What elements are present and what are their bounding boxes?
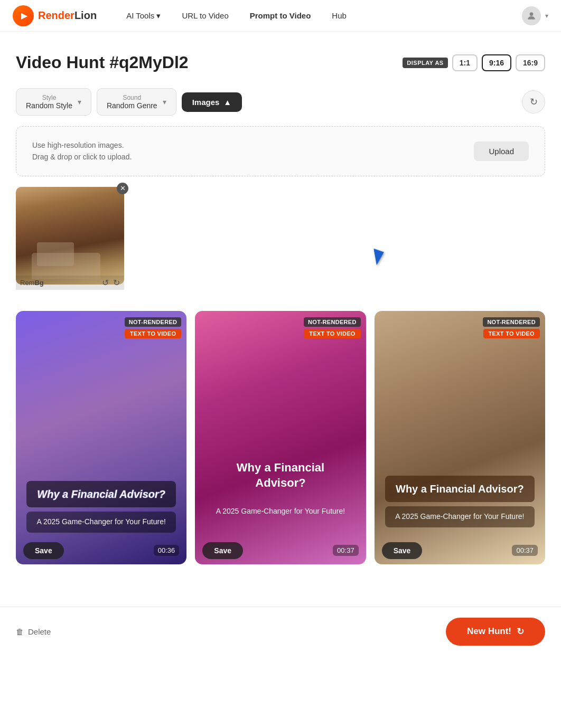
style-label: Style	[26, 94, 72, 101]
video-1-not-rendered-badge: NOT-RENDERED	[125, 317, 182, 327]
video-2-save-button[interactable]: Save	[202, 542, 243, 559]
style-chevron-icon: ▾	[78, 98, 81, 106]
nav-url-to-video[interactable]: URL to Video	[173, 7, 237, 24]
nav-ai-tools[interactable]: AI Tools ▾	[118, 7, 169, 25]
images-label: Images	[192, 98, 220, 107]
logo-icon	[13, 5, 34, 26]
upload-hint: Use high-resolution images. Drag & drop …	[32, 139, 132, 163]
sound-chevron-icon: ▾	[163, 98, 166, 106]
video-2-title: Why a Financial Advisor?	[214, 460, 347, 490]
thumbnail-item: ✕ RemBg ↺ ↻	[16, 187, 124, 290]
video-3-subtitle-box: A 2025 Game-Changer for Your Future!	[385, 506, 535, 527]
thumbnail-rembg-label: RemBg	[20, 279, 44, 287]
svg-rect-2	[37, 242, 74, 266]
sound-label: Sound	[107, 94, 157, 101]
video-card-1[interactable]: NOT-RENDERED TEXT TO VIDEO Why a Financi…	[16, 311, 186, 564]
thumbnail-rotate-right-icon[interactable]: ↻	[113, 278, 120, 288]
trash-icon: 🗑	[16, 627, 24, 636]
upload-area[interactable]: Use high-resolution images. Drag & drop …	[16, 126, 545, 176]
image-grid: ✕ RemBg ↺ ↻	[16, 187, 545, 290]
video-grid: NOT-RENDERED TEXT TO VIDEO Why a Financi…	[16, 311, 545, 564]
delete-button[interactable]: 🗑 Delete	[16, 627, 51, 636]
new-hunt-refresh-icon: ↻	[517, 626, 524, 637]
delete-label: Delete	[28, 627, 51, 636]
thumbnail-svg	[26, 237, 116, 279]
sound-content: Sound Random Genre	[107, 94, 157, 110]
thumbnail-icon-group: ↺ ↻	[102, 278, 120, 288]
main-content: Video Hunt #q2MyDl2 DISPLAY AS 1:1 9:16 …	[0, 32, 561, 607]
video-1-subtitle-box: A 2025 Game-Changer for Your Future!	[26, 512, 176, 533]
display-as-label: DISPLAY AS	[403, 58, 447, 68]
nav-hub[interactable]: Hub	[323, 7, 355, 24]
video-2-duration: 00:37	[333, 545, 359, 556]
images-button[interactable]: Images ▲	[182, 92, 242, 112]
thumbnail-footer: RemBg ↺ ↻	[16, 276, 124, 290]
video-1-duration: 00:36	[154, 545, 180, 556]
thumbnail-close-button[interactable]: ✕	[117, 183, 128, 194]
ratio-1-1[interactable]: 1:1	[452, 54, 478, 71]
avatar-chevron: ▾	[545, 12, 548, 20]
video-1-title-box: Why a Financial Advisor?	[26, 481, 176, 507]
ratio-9-16[interactable]: 9:16	[482, 54, 511, 71]
video-1-subtitle: A 2025 Game-Changer for Your Future!	[35, 517, 167, 527]
video-2-subtitle: A 2025 Game-Changer for Your Future!	[214, 506, 347, 517]
video-2-content: Why a Financial Advisor? A 2025 Game-Cha…	[205, 454, 355, 522]
video-2-title-box: Why a Financial Advisor?	[205, 454, 355, 497]
video-1-badges: NOT-RENDERED TEXT TO VIDEO	[125, 317, 182, 338]
nav-links: AI Tools ▾ URL to Video Prompt to Video …	[118, 7, 522, 25]
page-header: Video Hunt #q2MyDl2 DISPLAY AS 1:1 9:16 …	[16, 53, 545, 72]
display-as-group: DISPLAY AS 1:1 9:16 16:9	[403, 54, 545, 71]
style-dropdown[interactable]: Style Random Style ▾	[16, 88, 91, 116]
upload-button[interactable]: Upload	[474, 141, 529, 161]
navbar: RenderLion AI Tools ▾ URL to Video Promp…	[0, 0, 561, 32]
new-hunt-label: New Hunt!	[467, 626, 511, 637]
video-1-content: Why a Financial Advisor? A 2025 Game-Cha…	[26, 481, 176, 533]
page-title: Video Hunt #q2MyDl2	[16, 53, 189, 72]
sound-value: Random Genre	[107, 101, 157, 110]
svg-point-0	[530, 12, 534, 16]
video-3-badges: NOT-RENDERED TEXT TO VIDEO	[483, 317, 540, 338]
images-chevron-icon: ▲	[223, 98, 231, 107]
video-2-subtitle-box: A 2025 Game-Changer for Your Future!	[205, 501, 355, 522]
video-3-save-button[interactable]: Save	[382, 542, 423, 559]
new-hunt-button[interactable]: New Hunt! ↻	[446, 618, 545, 646]
video-3-duration: 00:37	[512, 545, 538, 556]
upload-wrapper: Use high-resolution images. Drag & drop …	[16, 126, 545, 176]
nav-prompt-to-video[interactable]: Prompt to Video	[241, 7, 320, 24]
logo-text: RenderLion	[38, 10, 97, 22]
style-content: Style Random Style	[26, 94, 72, 110]
bottom-bar: 🗑 Delete New Hunt! ↻	[0, 607, 561, 656]
sound-dropdown[interactable]: Sound Random Genre ▾	[97, 88, 176, 116]
upload-button-label: Upload	[489, 147, 514, 156]
user-avatar[interactable]	[522, 6, 541, 25]
ratio-16-9[interactable]: 16:9	[516, 54, 545, 71]
video-3-title-box: Why a Financial Advisor?	[385, 476, 535, 502]
upload-hint-line1: Use high-resolution images.	[32, 139, 132, 151]
refresh-icon: ↻	[530, 96, 538, 108]
video-card-2[interactable]: NOT-RENDERED TEXT TO VIDEO Why a Financi…	[195, 311, 366, 564]
video-3-title: Why a Financial Advisor?	[394, 482, 526, 496]
video-2-type-badge: TEXT TO VIDEO	[304, 329, 360, 338]
video-3-type-badge: TEXT TO VIDEO	[483, 329, 540, 338]
logo[interactable]: RenderLion	[13, 5, 97, 26]
style-value: Random Style	[26, 101, 72, 110]
video-2-not-rendered-badge: NOT-RENDERED	[304, 317, 361, 327]
nav-right: ▾	[522, 6, 548, 25]
video-1-save-button[interactable]: Save	[23, 542, 64, 559]
toolbar: Style Random Style ▾ Sound Random Genre …	[16, 88, 545, 116]
refresh-button[interactable]: ↻	[522, 90, 545, 114]
video-3-footer: Save 00:37	[375, 537, 545, 564]
video-1-footer: Save 00:36	[16, 537, 186, 564]
video-3-subtitle: A 2025 Game-Changer for Your Future!	[394, 512, 526, 522]
video-2-badges: NOT-RENDERED TEXT TO VIDEO	[304, 317, 361, 338]
video-3-not-rendered-badge: NOT-RENDERED	[483, 317, 540, 327]
video-card-3[interactable]: NOT-RENDERED TEXT TO VIDEO Why a Financi…	[375, 311, 545, 564]
video-2-footer: Save 00:37	[195, 537, 366, 564]
video-3-content: Why a Financial Advisor? A 2025 Game-Cha…	[385, 476, 535, 527]
video-1-type-badge: TEXT TO VIDEO	[125, 329, 181, 338]
thumbnail-image	[16, 187, 124, 285]
thumbnail-rotate-left-icon[interactable]: ↺	[102, 278, 109, 288]
upload-hint-line2: Drag & drop or click to upload.	[32, 151, 132, 163]
video-1-title: Why a Financial Advisor?	[35, 487, 167, 501]
